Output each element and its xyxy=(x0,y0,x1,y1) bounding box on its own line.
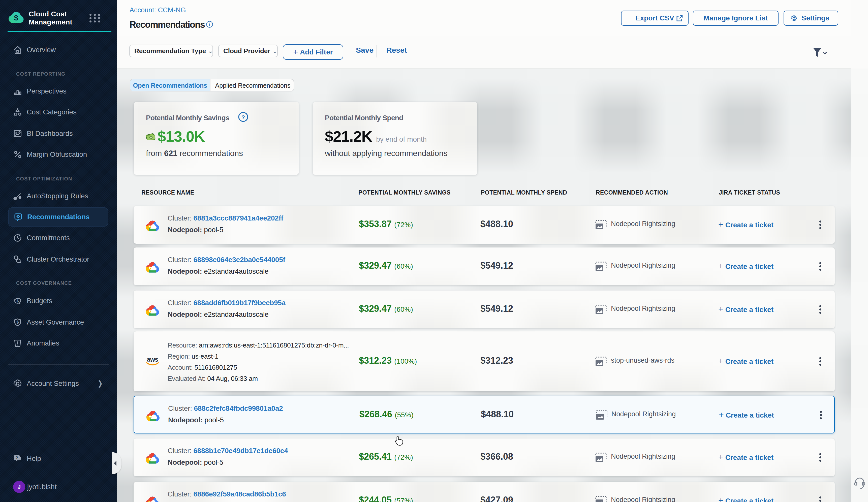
svg-text:?: ? xyxy=(241,114,245,121)
svg-text:$: $ xyxy=(17,299,19,303)
svg-text:aws: aws xyxy=(147,356,158,363)
svg-text:$: $ xyxy=(17,320,19,324)
svg-text:?: ? xyxy=(16,456,18,460)
svg-text:$: $ xyxy=(14,14,18,22)
